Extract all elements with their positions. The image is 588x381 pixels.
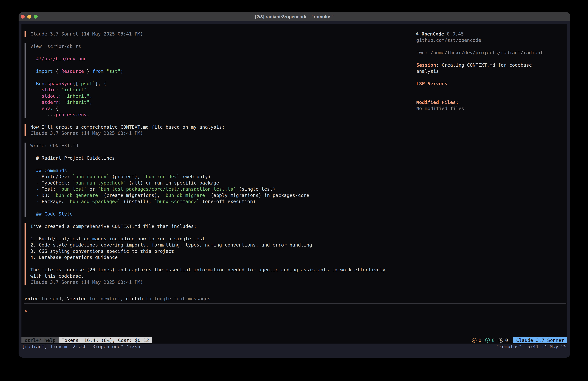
app-title-line: ©OpenCode0.0.45 xyxy=(416,31,550,37)
chat-line: - DB: `bun db generate` (create migratio… xyxy=(30,192,410,199)
text-segment: "inherit" xyxy=(64,93,89,99)
text-segment: ; xyxy=(121,68,123,74)
text-segment: "inherit" xyxy=(64,99,89,105)
chat-line xyxy=(30,161,410,167)
keybind-help: enter to send, \+enter for newline, ctrl… xyxy=(24,296,210,302)
text-segment: Test: xyxy=(39,186,58,192)
chat-line: 4. Database operations guidance xyxy=(30,254,410,261)
text-segment: (apply migrations) in packages/core xyxy=(208,193,309,198)
text-segment: "inherit" xyxy=(61,87,87,92)
chat-line: 3. CSS styling conventions specific to t… xyxy=(30,248,410,254)
text-segment: ... xyxy=(30,112,56,117)
cwd-line: cwd: /home/thdxr/dev/projects/radiant/ra… xyxy=(416,49,550,56)
text-segment: ## Commands xyxy=(30,168,67,173)
text-segment: ([ xyxy=(73,81,78,86)
status-bar: ctrl+? help Tokens: 16.4K (8%), Cost: $0… xyxy=(21,337,567,343)
text-segment xyxy=(30,106,42,111)
close-button[interactable] xyxy=(21,15,25,19)
text-segment: , xyxy=(89,93,92,99)
chat-line: - Build/Dev: `bun run dev` (project), `b… xyxy=(30,174,410,180)
tool-write-block: Write: CONTEXT.md # Radiant Project Guid… xyxy=(24,143,410,217)
text-segment: Write: CONTEXT.md xyxy=(30,143,78,148)
text-segment: TypeCheck: xyxy=(39,180,73,186)
chat-line xyxy=(30,205,410,211)
text-segment: View: script/db.ts xyxy=(30,44,81,49)
text-segment: - xyxy=(30,193,39,198)
text-segment: - xyxy=(30,186,39,192)
info-icon: i xyxy=(485,338,490,343)
chat-line: stdin: "inherit", xyxy=(30,87,410,93)
text-segment: to send, xyxy=(39,296,67,301)
input-divider xyxy=(24,303,566,304)
app-name: OpenCode xyxy=(421,31,444,37)
chat-line xyxy=(30,62,410,68)
chat-line: stdout: "inherit", xyxy=(30,93,410,99)
text-segment: stdout xyxy=(42,93,59,99)
text-segment: : xyxy=(50,106,53,111)
text-segment: for newline, xyxy=(86,296,126,301)
tmux-windows: [radiant] 1:nvim 2:zsh- 3:opencode* 4:zs… xyxy=(22,344,140,350)
prompt-input[interactable]: > xyxy=(24,308,564,314)
text-segment: `bun run dev` xyxy=(143,174,180,179)
text-segment: ## Code Style xyxy=(30,211,73,217)
text-segment: 3. CSS styling conventions specific to t… xyxy=(30,248,174,254)
warning-count: w0 xyxy=(472,337,481,343)
text-segment: #!/usr/bin/env bun xyxy=(30,56,87,62)
prompt-symbol: > xyxy=(24,308,27,314)
text-segment: env xyxy=(42,106,50,111)
text-segment: : xyxy=(56,87,58,92)
spacer xyxy=(416,93,550,99)
chat-line: The file is concise (20 lines) and captu… xyxy=(30,267,410,273)
hint-count: h0 xyxy=(499,337,508,343)
minimize-button[interactable] xyxy=(27,15,31,19)
chat-line: View: script/db.ts xyxy=(30,43,410,49)
text-segment: : xyxy=(59,93,61,99)
text-segment xyxy=(61,93,64,99)
text-segment: Claude 3.7 Sonnet (14 May 2025 03:41 PM) xyxy=(30,279,143,285)
text-segment: `bun db migrate` xyxy=(163,193,208,198)
text-segment xyxy=(61,99,64,105)
warning-value: 0 xyxy=(479,337,481,343)
text-segment: spawnSync xyxy=(47,81,73,86)
text-segment: stderr xyxy=(42,99,59,105)
text-segment: Bun xyxy=(36,81,44,86)
text-segment xyxy=(59,87,61,92)
opencode-logo-icon: © xyxy=(416,31,419,37)
text-segment: Build/Dev: xyxy=(39,174,73,179)
titlebar: [2/3] radiant:3:opencode - "romulus" xyxy=(19,12,570,21)
app-version: 0.0.45 xyxy=(447,31,464,37)
text-segment: DB: xyxy=(39,193,53,198)
session-line: Session: Creating CONTEXT.md for codebas… xyxy=(416,62,550,74)
text-segment: . xyxy=(44,81,47,86)
text-segment: stdin xyxy=(42,87,56,92)
text-segment: 4. Database operations guidance xyxy=(30,255,118,260)
zoom-button[interactable] xyxy=(34,15,38,19)
warning-icon: w xyxy=(472,338,477,343)
text-segment: import xyxy=(36,68,53,74)
text-segment: to toggle tool messages xyxy=(143,296,210,301)
text-segment: (single test) xyxy=(236,186,275,192)
hint-icon: h xyxy=(499,338,503,343)
chat-line xyxy=(30,49,410,56)
text-segment: \+enter xyxy=(67,296,86,301)
text-segment: or xyxy=(87,186,98,192)
terminal-window: [2/3] radiant:3:opencode - "romulus" Cla… xyxy=(19,12,570,358)
modified-files-heading: Modified Files: xyxy=(416,99,550,106)
window-title: [2/3] radiant:3:opencode - "romulus" xyxy=(19,12,570,21)
chat-line xyxy=(30,149,410,155)
chat-line: Claude 3.7 Sonnet (14 May 2025 03:41 PM) xyxy=(30,130,410,136)
text-segment: . xyxy=(75,112,78,117)
chat-line: ...process.env, xyxy=(30,112,410,118)
hint-value: 0 xyxy=(505,337,508,343)
chat-line: 2. Code style guidelines covering import… xyxy=(30,242,410,248)
text-segment xyxy=(104,68,106,74)
help-badge: ctrl+? help xyxy=(21,337,59,343)
text-segment xyxy=(30,87,42,92)
text-segment: - xyxy=(30,180,39,186)
text-segment: - xyxy=(30,174,39,179)
spacer xyxy=(416,74,550,81)
text-segment: , xyxy=(89,99,92,105)
session-label: Session xyxy=(416,62,436,68)
spacer xyxy=(416,56,550,62)
text-segment: `bun run dev` xyxy=(73,174,109,179)
